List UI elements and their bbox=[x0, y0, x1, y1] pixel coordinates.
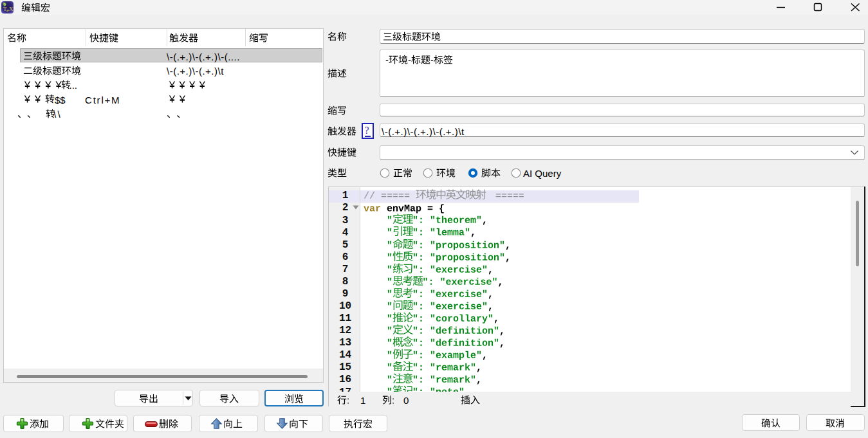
svg-text:X: X bbox=[9, 6, 14, 12]
